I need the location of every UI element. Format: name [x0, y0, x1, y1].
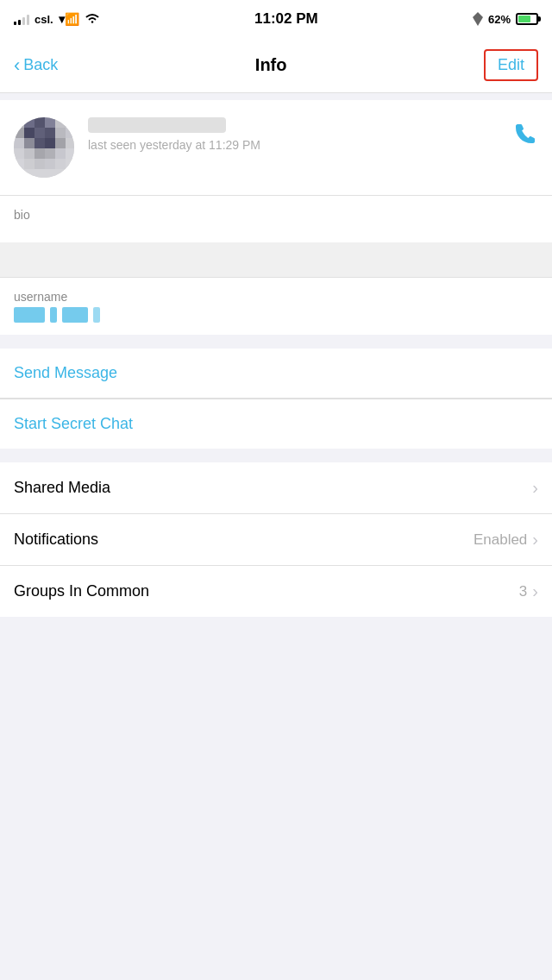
- bio-section: bio: [0, 196, 552, 242]
- status-bar: csl. ▾📶 11:02 PM 62%: [0, 0, 552, 38]
- section-gap-1: [0, 335, 552, 342]
- action-section: Send Message Start Secret Chat: [0, 349, 552, 449]
- username-value: [14, 307, 538, 323]
- notifications-row[interactable]: Notifications Enabled ›: [0, 514, 552, 566]
- page-title: Info: [255, 55, 287, 75]
- groups-in-common-right: 3 ›: [519, 581, 538, 601]
- carrier-label: csl.: [34, 13, 53, 26]
- username-label: username: [14, 290, 538, 304]
- phone-icon: [512, 121, 538, 147]
- username-pixel-1: [14, 307, 45, 323]
- call-button[interactable]: [512, 121, 538, 153]
- groups-in-common-chevron-icon: ›: [532, 581, 538, 601]
- shared-media-chevron-icon: ›: [532, 478, 538, 498]
- edit-button[interactable]: Edit: [484, 49, 538, 81]
- notifications-value: Enabled: [474, 531, 527, 549]
- profile-info: last seen yesterday at 11:29 PM: [88, 117, 499, 152]
- bio-gray-block: [0, 242, 552, 277]
- battery-icon: [516, 13, 538, 25]
- shared-media-row[interactable]: Shared Media ›: [0, 462, 552, 514]
- nav-bar: ‹ Back Info Edit: [0, 38, 552, 93]
- back-chevron-icon: ‹: [14, 56, 20, 75]
- settings-section: Shared Media › Notifications Enabled › G…: [0, 462, 552, 617]
- avatar-image: [14, 117, 74, 178]
- username-pixel-3: [62, 307, 88, 323]
- profile-name-placeholder: [88, 117, 226, 133]
- location-icon: [473, 12, 483, 26]
- wifi-icon-svg: [85, 13, 100, 25]
- bio-value: [14, 225, 538, 242]
- wifi-icon: ▾📶: [59, 12, 79, 26]
- notifications-right: Enabled ›: [474, 530, 538, 550]
- profile-section: last seen yesterday at 11:29 PM: [0, 100, 552, 196]
- groups-in-common-label: Groups In Common: [14, 582, 149, 600]
- battery-percent-label: 62%: [488, 13, 511, 26]
- signal-icon: [14, 13, 29, 25]
- back-button[interactable]: ‹ Back: [14, 56, 58, 75]
- svg-rect-6: [66, 117, 74, 128]
- start-secret-chat-button[interactable]: Start Secret Chat: [0, 399, 552, 449]
- groups-in-common-value: 3: [519, 583, 527, 600]
- status-left: csl. ▾📶: [14, 12, 100, 26]
- bio-label: bio: [14, 208, 538, 222]
- notifications-label: Notifications: [14, 531, 98, 549]
- username-pixel-2: [50, 307, 57, 323]
- shared-media-label: Shared Media: [14, 479, 110, 497]
- back-label: Back: [23, 56, 58, 74]
- profile-status: last seen yesterday at 11:29 PM: [88, 138, 499, 152]
- status-time: 11:02 PM: [254, 10, 318, 28]
- avatar: [14, 117, 74, 178]
- svg-rect-32: [14, 117, 74, 178]
- username-pixel-4: [93, 307, 100, 323]
- status-right: 62%: [473, 12, 538, 26]
- send-message-button[interactable]: Send Message: [0, 349, 552, 399]
- username-section: username: [0, 278, 552, 335]
- shared-media-right: ›: [532, 478, 538, 498]
- section-gap-2: [0, 449, 552, 455]
- notifications-chevron-icon: ›: [532, 530, 538, 550]
- groups-in-common-row[interactable]: Groups In Common 3 ›: [0, 566, 552, 617]
